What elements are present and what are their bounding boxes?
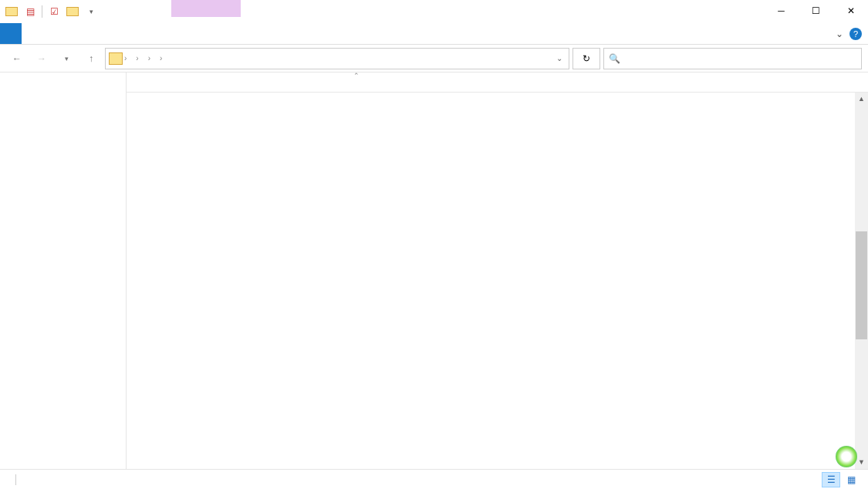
qat-dropdown-icon[interactable]: ▾ [83, 3, 100, 20]
ribbon-tab-share[interactable] [43, 23, 65, 44]
watermark [836, 446, 860, 467]
view-icons-button[interactable]: ▦ [842, 472, 860, 487]
checkbox-icon[interactable]: ☑ [46, 3, 62, 20]
scroll-thumb[interactable] [856, 231, 867, 339]
refresh-button[interactable]: ↻ [572, 48, 600, 69]
ribbon-tab-apptools[interactable] [94, 23, 116, 44]
recent-dropdown[interactable]: ▾ [56, 48, 77, 69]
close-button[interactable]: ✕ [833, 0, 868, 22]
new-folder-icon[interactable] [64, 3, 81, 20]
location-icon [109, 52, 123, 65]
ribbon-tab-home[interactable] [22, 23, 43, 44]
status-bar: ☰ ▦ [0, 469, 868, 489]
file-list-pane: ⌃ ▲ ▼ [127, 73, 868, 469]
quick-access-toolbar: ▤ ☑ ▾ [3, 3, 100, 20]
scroll-up-icon[interactable]: ▲ [855, 93, 868, 106]
title-bar: ▤ ☑ ▾ ─ ☐ ✕ [0, 0, 868, 23]
navigation-pane[interactable] [0, 73, 127, 469]
watermark-logo-icon [836, 446, 857, 467]
chevron-icon[interactable]: › [160, 54, 162, 62]
address-dropdown-icon[interactable]: ⌄ [553, 54, 566, 62]
chevron-icon[interactable]: › [124, 54, 127, 62]
up-button[interactable]: ↑ [80, 48, 102, 69]
vertical-scrollbar[interactable]: ▲ ▼ [855, 93, 868, 469]
ribbon-tab-file[interactable] [0, 23, 22, 44]
folder-icon[interactable] [3, 3, 20, 20]
help-icon[interactable]: ? [849, 28, 862, 40]
column-headers[interactable]: ⌃ [127, 73, 868, 93]
properties-icon[interactable]: ▤ [22, 3, 39, 20]
chevron-icon[interactable]: › [148, 54, 150, 62]
search-box[interactable]: 🔍 [603, 48, 862, 69]
address-bar: ← → ▾ ↑ › › › › ⌄ ↻ 🔍 [0, 45, 868, 73]
breadcrumb[interactable]: › › › › ⌄ [105, 48, 569, 69]
maximize-button[interactable]: ☐ [799, 0, 833, 22]
search-icon: 🔍 [609, 53, 620, 64]
minimize-button[interactable]: ─ [764, 0, 799, 22]
contextual-tab-header [171, 0, 241, 17]
chevron-icon[interactable]: › [136, 54, 138, 62]
ribbon-expand-icon[interactable]: ⌄ [836, 29, 843, 39]
ribbon: ⌄ ? [0, 23, 868, 45]
sort-indicator-icon: ⌃ [353, 72, 360, 79]
ribbon-tab-view[interactable] [65, 23, 86, 44]
back-button[interactable]: ← [6, 48, 28, 69]
file-list[interactable] [127, 93, 868, 469]
view-details-button[interactable]: ☰ [822, 472, 840, 487]
forward-button[interactable]: → [31, 48, 52, 69]
